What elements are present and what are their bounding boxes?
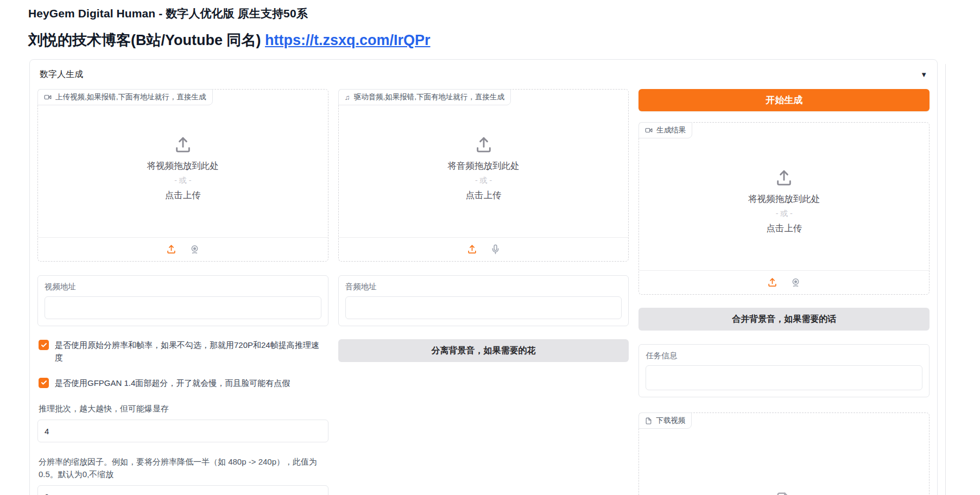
gfpgan-option[interactable]: 是否使用GFPGAN 1.4面部超分，开了就会慢，而且脸可能有点假 (39, 377, 327, 389)
accordion-header[interactable]: 数字人生成 ▼ (37, 67, 930, 80)
start-generate-button[interactable]: 开始生成 (638, 89, 930, 111)
batch-input[interactable] (37, 420, 328, 442)
audio-upload-source-button[interactable] (467, 244, 477, 255)
audio-drop-or: - 或 - (475, 176, 492, 186)
digital-human-accordion: 数字人生成 ▼ 上传视频,如果报错,下面有地址就行，直接生成 将视频拖放到此处 … (29, 59, 938, 495)
video-upload-source-button[interactable] (166, 244, 176, 255)
video-drop-text: 将视频拖放到此处 (147, 160, 219, 172)
upload-icon (767, 277, 777, 288)
upload-icon (467, 244, 477, 255)
audio-drop-text: 将音频拖放到此处 (448, 160, 520, 172)
upload-icon (166, 244, 176, 255)
result-dropzone[interactable]: 将视频拖放到此处 - 或 - 点击上传 (639, 123, 929, 270)
page: HeyGem Digital Human - 数字人优化版 原生支持50系 刘悦… (0, 0, 980, 495)
result-drop-text: 将视频拖放到此处 (748, 193, 820, 205)
separate-background-audio-button[interactable]: 分离背景音，如果需要的花 (338, 339, 629, 362)
gfpgan-label: 是否使用GFPGAN 1.4面部超分，开了就会慢，而且脸可能有点假 (55, 377, 290, 389)
batch-label: 推理批次，越大越快，但可能爆显存 (39, 403, 327, 415)
webcam-icon (791, 277, 801, 288)
audio-url-panel: 音频地址 (338, 275, 629, 326)
column-output: 开始生成 生成结果 将视频拖放到此处 - 或 - 点击上传 (638, 89, 930, 495)
blog-heading-text: 刘悦的技术博客(B站/Youtube 同名) (28, 32, 265, 48)
task-info-label: 任务信息 (646, 351, 922, 361)
webcam-icon (189, 244, 200, 255)
upload-icon (475, 136, 493, 154)
keep-resolution-label: 是否使用原始分辨率和帧率，如果不勾选，那就用720P和24帧提高推理速度 (55, 339, 327, 364)
audio-upload-block: ♫ 驱动音频,如果报错,下面有地址就行，直接生成 将音频拖放到此处 - 或 - … (338, 89, 629, 262)
scale-input[interactable] (37, 485, 328, 495)
column-audio: ♫ 驱动音频,如果报错,下面有地址就行，直接生成 将音频拖放到此处 - 或 - … (338, 89, 629, 495)
result-label-chip: 生成结果 (638, 122, 692, 138)
result-webcam-source-button[interactable] (791, 277, 801, 288)
video-upload-label: 上传视频,如果报错,下面有地址就行，直接生成 (55, 92, 206, 102)
result-source-row (639, 270, 929, 294)
blog-link[interactable]: https://t.zsxq.com/IrQPr (265, 32, 431, 48)
download-video-block[interactable]: 下载视频 (638, 412, 930, 495)
chevron-down-icon[interactable]: ▼ (920, 71, 927, 79)
microphone-icon (490, 244, 501, 255)
video-source-row (38, 237, 328, 261)
video-webcam-source-button[interactable] (189, 244, 200, 255)
audio-url-label: 音频地址 (345, 282, 622, 292)
audio-microphone-source-button[interactable] (490, 244, 501, 255)
result-label: 生成结果 (656, 125, 686, 135)
video-url-label: 视频地址 (45, 282, 321, 292)
result-upload-source-button[interactable] (767, 277, 777, 288)
video-click-upload[interactable]: 点击上传 (165, 189, 201, 201)
check-icon (41, 379, 47, 386)
audio-source-row (339, 237, 629, 261)
result-output-block: 生成结果 将视频拖放到此处 - 或 - 点击上传 (638, 122, 930, 295)
app-title: HeyGem Digital Human - 数字人优化版 原生支持50系 (28, 6, 980, 21)
column-video: 上传视频,如果报错,下面有地址就行，直接生成 将视频拖放到此处 - 或 - 点击… (37, 89, 328, 495)
download-label-chip: 下载视频 (638, 412, 692, 429)
video-url-panel: 视频地址 (37, 275, 328, 326)
result-click-upload[interactable]: 点击上传 (766, 223, 802, 234)
video-dropzone[interactable]: 将视频拖放到此处 - 或 - 点击上传 (38, 90, 328, 237)
blog-heading: 刘悦的技术博客(B站/Youtube 同名) https://t.zsxq.co… (28, 30, 980, 50)
file-icon (775, 492, 793, 495)
page-right-divider (945, 64, 946, 495)
audio-upload-label: 驱动音频,如果报错,下面有地址就行，直接生成 (353, 92, 504, 102)
audio-dropzone[interactable]: 将音频拖放到此处 - 或 - 点击上传 (339, 90, 629, 237)
audio-upload-label-chip: ♫ 驱动音频,如果报错,下面有地址就行，直接生成 (338, 89, 511, 105)
checkbox-icon[interactable] (39, 378, 49, 388)
file-icon (645, 417, 652, 424)
accordion-title: 数字人生成 (40, 69, 83, 80)
task-info-input[interactable] (646, 365, 922, 390)
video-camera-icon (44, 93, 52, 101)
audio-click-upload[interactable]: 点击上传 (466, 189, 502, 201)
video-url-input[interactable] (45, 296, 321, 319)
keep-resolution-option[interactable]: 是否使用原始分辨率和帧率，如果不勾选，那就用720P和24帧提高推理速度 (39, 339, 327, 364)
checkbox-icon[interactable] (39, 340, 49, 350)
upload-icon (174, 136, 192, 154)
video-drop-or: - 或 - (174, 176, 191, 186)
task-info-panel: 任务信息 (638, 344, 930, 397)
merge-background-audio-button[interactable]: 合并背景音，如果需要的话 (638, 308, 930, 331)
music-note-icon: ♫ (345, 94, 350, 101)
main-columns: 上传视频,如果报错,下面有地址就行，直接生成 将视频拖放到此处 - 或 - 点击… (37, 89, 930, 495)
check-icon (41, 342, 47, 348)
result-drop-or: - 或 - (776, 209, 793, 219)
upload-icon (775, 169, 793, 187)
video-upload-block: 上传视频,如果报错,下面有地址就行，直接生成 将视频拖放到此处 - 或 - 点击… (37, 89, 328, 262)
video-upload-label-chip: 上传视频,如果报错,下面有地址就行，直接生成 (37, 89, 213, 105)
download-label: 下载视频 (656, 416, 685, 426)
video-camera-icon (645, 126, 653, 134)
scale-label: 分辨率的缩放因子。例如，要将分辨率降低一半（如 480p -> 240p），此值… (39, 456, 327, 480)
audio-url-input[interactable] (345, 296, 622, 319)
